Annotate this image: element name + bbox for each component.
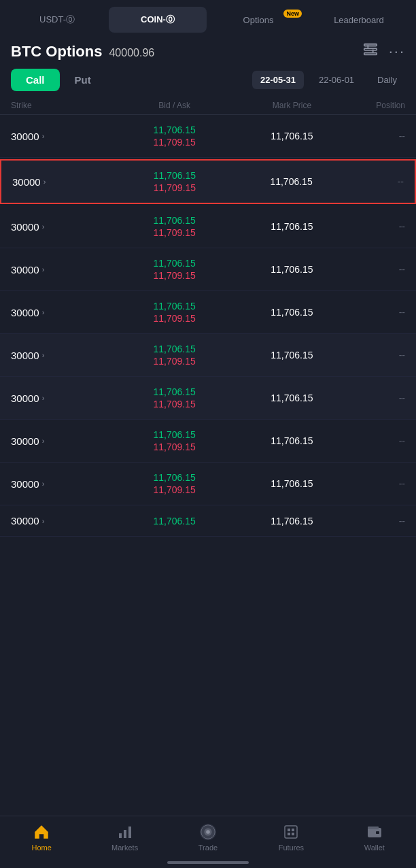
svg-rect-6 — [124, 830, 126, 838]
btc-price: 40000.96 — [109, 47, 154, 59]
mark-price-cell: 11,706.15 — [237, 516, 346, 527]
position-cell: -- — [347, 350, 405, 361]
mark-price-cell: 11,706.15 — [237, 264, 346, 275]
chevron-right-icon: › — [42, 308, 45, 316]
strike-cell: 30000 › — [11, 264, 111, 276]
svg-rect-7 — [128, 827, 131, 838]
position-cell: -- — [347, 221, 405, 232]
svg-rect-0 — [364, 44, 376, 46]
mark-price-cell: 11,706.15 — [237, 478, 346, 489]
bid-ask-cell: 11,706.15 11,709.15 — [112, 170, 237, 193]
nav-wallet[interactable]: Wallet — [354, 823, 395, 852]
nav-tab-leaderboard[interactable]: Leaderboard — [310, 8, 408, 32]
page-header: BTC Options 40000.96 ··· — [0, 33, 416, 66]
svg-rect-4 — [364, 53, 376, 55]
bid-ask-cell: 11,706.15 11,709.15 — [111, 301, 237, 324]
date-tab-group: 22-05-31 22-06-01 Daily — [252, 71, 405, 89]
wallet-icon — [366, 823, 383, 841]
mark-price-cell: 11,706.15 — [237, 350, 346, 361]
options-table: 30000 › 11,706.15 11,709.15 11,706.15 --… — [0, 115, 416, 537]
table-row[interactable]: 30000 › 11,706.15 11,706.15 -- — [0, 505, 416, 537]
home-indicator — [167, 861, 249, 864]
svg-rect-5 — [119, 833, 122, 838]
mark-price-cell: 11,706.15 — [237, 435, 346, 446]
settings-icon[interactable] — [363, 42, 378, 61]
table-row[interactable]: 30000 › 11,706.15 11,709.15 11,706.15 -- — [0, 159, 416, 204]
svg-rect-15 — [288, 833, 290, 835]
strike-cell: 30000 › — [11, 307, 111, 318]
table-row[interactable]: 30000 › 11,706.15 11,709.15 11,706.15 -- — [0, 248, 416, 291]
strike-cell: 30000 › — [11, 515, 111, 527]
nav-wallet-label: Wallet — [364, 844, 385, 852]
date-tab-1[interactable]: 22-06-01 — [311, 71, 362, 89]
table-header: Strike Bid / Ask Mark Price Position — [0, 97, 416, 115]
chevron-right-icon: › — [42, 394, 45, 402]
header-icons: ··· — [363, 42, 405, 61]
strike-cell: 30000 › — [11, 131, 111, 142]
nav-home-label: Home — [32, 844, 52, 852]
nav-tab-options[interactable]: New Options — [209, 8, 307, 32]
nav-tab-usdt[interactable]: USDT-⓪ — [8, 7, 106, 33]
header-left: BTC Options 40000.96 — [11, 43, 154, 61]
strike-cell: 30000 › — [11, 221, 111, 233]
position-cell: -- — [347, 435, 405, 446]
bid-ask-cell: 11,706.15 11,709.15 — [111, 215, 237, 238]
mark-price-cell: 11,706.15 — [237, 221, 346, 232]
top-navigation: USDT-⓪ COIN-⓪ New Options Leaderboard — [0, 0, 416, 33]
chevron-right-icon: › — [42, 480, 45, 488]
nav-tab-coin[interactable]: COIN-⓪ — [109, 7, 207, 33]
chevron-right-icon: › — [42, 132, 45, 140]
bid-ask-cell: 11,706.15 11,709.15 — [111, 124, 237, 148]
table-row[interactable]: 30000 › 11,706.15 11,709.15 11,706.15 -- — [0, 420, 416, 463]
table-row[interactable]: 30000 › 11,706.15 11,709.15 11,706.15 -- — [0, 463, 416, 505]
position-cell: -- — [347, 478, 405, 489]
chevron-right-icon: › — [42, 351, 45, 359]
nav-trade[interactable]: Trade — [188, 823, 228, 852]
position-cell: -- — [347, 307, 405, 318]
chevron-right-icon: › — [42, 265, 45, 273]
date-tab-2[interactable]: Daily — [369, 71, 405, 89]
strike-cell: 30000 › — [11, 393, 111, 404]
table-row[interactable]: 30000 › 11,706.15 11,709.15 11,706.15 -- — [0, 334, 416, 377]
strike-cell: 30000 › — [11, 478, 111, 490]
position-cell: -- — [347, 264, 405, 275]
call-tab[interactable]: Call — [11, 69, 60, 91]
mark-price-cell: 11,706.15 — [237, 393, 346, 403]
table-row[interactable]: 30000 › 11,706.15 11,709.15 11,706.15 -- — [0, 291, 416, 334]
strike-cell: 30000 › — [11, 435, 111, 447]
svg-rect-18 — [376, 831, 379, 834]
chevron-right-icon: › — [42, 437, 45, 445]
svg-rect-14 — [292, 829, 294, 831]
date-tab-0[interactable]: 22-05-31 — [252, 71, 304, 89]
svg-rect-12 — [285, 826, 297, 838]
nav-markets-label: Markets — [111, 844, 138, 852]
nav-trade-label: Trade — [198, 844, 218, 852]
nav-home[interactable]: Home — [21, 823, 62, 852]
new-badge: New — [283, 10, 302, 18]
table-row[interactable]: 30000 › 11,706.15 11,709.15 11,706.15 -- — [0, 205, 416, 248]
bid-ask-cell: 11,706.15 — [111, 516, 237, 527]
position-cell: -- — [347, 131, 405, 141]
futures-icon — [282, 823, 300, 841]
bottom-navigation: Home Markets Trade — [0, 816, 416, 868]
position-cell: -- — [347, 393, 405, 403]
strike-cell: 30000 › — [12, 176, 112, 188]
page-title: BTC Options — [11, 43, 102, 61]
put-tab[interactable]: Put — [60, 69, 106, 91]
bid-ask-cell: 11,706.15 11,709.15 — [111, 258, 237, 281]
table-row[interactable]: 30000 › 11,706.15 11,709.15 11,706.15 -- — [0, 377, 416, 420]
nav-markets[interactable]: Markets — [105, 823, 145, 852]
bid-ask-cell: 11,706.15 11,709.15 — [111, 344, 237, 367]
table-row[interactable]: 30000 › 11,706.15 11,709.15 11,706.15 -- — [0, 115, 416, 158]
bid-ask-cell: 11,706.15 11,709.15 — [111, 429, 237, 452]
filter-bar: Call Put 22-05-31 22-06-01 Daily — [0, 66, 416, 97]
more-options-icon[interactable]: ··· — [389, 43, 405, 61]
trade-icon — [199, 823, 217, 841]
position-cell: -- — [347, 516, 405, 527]
svg-point-11 — [206, 830, 210, 834]
bid-ask-cell: 11,706.15 11,709.15 — [111, 386, 237, 410]
home-icon — [33, 823, 50, 841]
nav-futures[interactable]: Futures — [271, 823, 311, 852]
svg-rect-13 — [288, 829, 290, 831]
svg-rect-16 — [292, 833, 294, 835]
